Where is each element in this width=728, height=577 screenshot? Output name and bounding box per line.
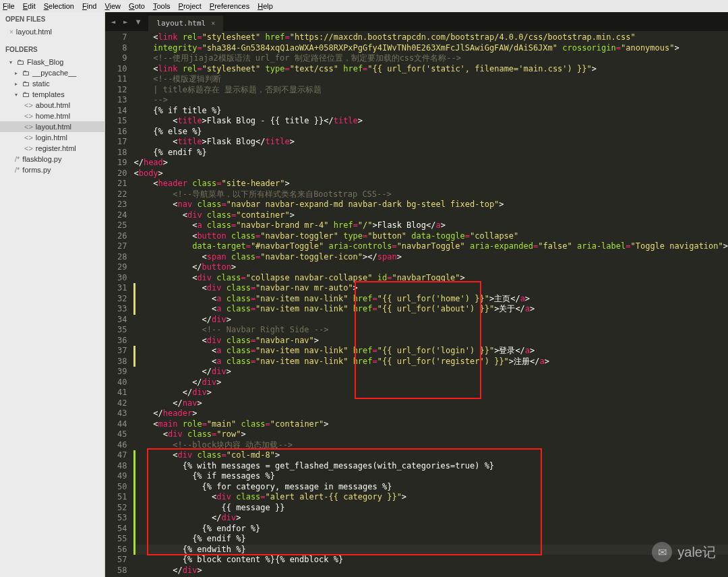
code-line[interactable]: {% if messages %} — [133, 471, 728, 482]
file-item[interactable]: <>login.html — [0, 132, 104, 143]
code-line[interactable]: </div> — [133, 513, 728, 524]
folder-icon: 🗀 — [22, 90, 30, 98]
tab-nav-back-icon[interactable]: ◄ — [111, 18, 115, 26]
tab-nav-down-icon[interactable]: ▼ — [136, 18, 141, 26]
code-line[interactable]: <link rel="stylesheet" type="text/css" h… — [133, 64, 728, 75]
menu-help[interactable]: Help — [257, 2, 273, 10]
code-line[interactable]: </button> — [133, 262, 728, 273]
file-item-active[interactable]: <>layout.html — [0, 121, 104, 132]
close-icon[interactable]: × — [9, 28, 13, 36]
file-icon: <> — [24, 112, 33, 120]
code-line[interactable]: <a class="nav-item nav-link" href="{{ ur… — [133, 304, 728, 315]
code-content[interactable]: <link rel="stylesheet" href="https://max… — [133, 31, 728, 577]
menu-selection[interactable]: Selection — [44, 2, 74, 10]
folder-icon: 🗀 — [22, 69, 30, 77]
file-icon: <> — [24, 123, 33, 131]
code-line[interactable]: <a class="nav-item nav-link" href="{{ ur… — [133, 346, 728, 357]
tab-bar: ◄ ► ▼ layout.html× — [105, 12, 728, 31]
chevron-down-icon: ▾ — [9, 59, 15, 65]
code-line[interactable]: {% endwith %} — [133, 545, 728, 555]
code-line[interactable]: </head> — [133, 158, 728, 169]
code-line[interactable]: integrity="sha384-Gn5384xqQ1aoWXA+058RXP… — [133, 43, 728, 54]
code-line[interactable]: <div class="alert alert-{{ category }}"> — [133, 492, 728, 503]
file-item[interactable]: <>home.html — [0, 111, 104, 121]
code-line[interactable]: <div class="navbar-nav mr-auto"> — [133, 283, 728, 294]
code-line[interactable]: {% if title %} — [133, 106, 728, 117]
code-line[interactable]: <header class="site-header"> — [133, 179, 728, 189]
code-line[interactable]: <title>Flask Blog</title> — [133, 137, 728, 148]
code-line[interactable]: {% endif %} — [133, 534, 728, 545]
code-line[interactable]: </div> — [133, 367, 728, 377]
menu-tools[interactable]: Tools — [153, 2, 171, 10]
code-line[interactable]: <div class="container"> — [133, 210, 728, 221]
folder-icon: 🗀 — [22, 80, 30, 88]
tab-nav-fwd-icon[interactable]: ► — [123, 18, 128, 26]
menu-edit[interactable]: Edit — [23, 2, 36, 10]
code-line[interactable]: <!--block块内容 动态加载--> — [133, 440, 728, 451]
folder-icon: 🗀 — [17, 58, 24, 66]
folder-templates[interactable]: ▾🗀templates — [0, 89, 104, 100]
code-line[interactable]: <div class="navbar-nav"> — [133, 336, 728, 346]
file-icon: <> — [24, 133, 33, 142]
menu-file[interactable]: File — [3, 2, 15, 10]
folder-item[interactable]: ▸🗀static — [0, 78, 104, 89]
code-line[interactable]: </nav> — [133, 398, 728, 409]
code-line[interactable]: <a class="nav-item nav-link" href="{{ ur… — [133, 294, 728, 305]
code-line[interactable]: --> — [133, 95, 728, 106]
menu-goto[interactable]: Goto — [129, 2, 145, 10]
open-files-header: OPEN FILES — [0, 12, 104, 26]
code-line[interactable]: <main role="main" class="container"> — [133, 419, 728, 430]
code-line[interactable]: <!-- Navbar Right Side --> — [133, 325, 728, 336]
code-line[interactable]: <div class="col-md-8"> — [133, 450, 728, 461]
folders-header: FOLDERS — [0, 42, 104, 57]
code-line[interactable]: {{ message }} — [133, 503, 728, 514]
code-line[interactable]: data-target="#navbarToggle" aria-control… — [133, 241, 728, 252]
code-line[interactable]: {% else %} — [133, 127, 728, 138]
watermark: ✉ yale记 — [652, 542, 716, 562]
open-file-item[interactable]: ×layout.html — [0, 26, 104, 37]
code-line[interactable]: <span class="navbar-toggler-icon"></span… — [133, 252, 728, 263]
folder-root[interactable]: ▾🗀Flask_Blog — [0, 57, 104, 67]
menu-project[interactable]: Project — [179, 2, 202, 10]
chevron-down-icon: ▾ — [15, 92, 20, 98]
code-line[interactable]: <button class="navbar-toggler" type="but… — [133, 231, 728, 242]
tab-active[interactable]: layout.html× — [148, 16, 223, 31]
code-line[interactable]: {% with messages = get_flashed_messages(… — [133, 461, 728, 472]
code-line[interactable]: <div class="collapse navbar-collapse" id… — [133, 273, 728, 284]
code-line[interactable]: {% for category, message in messages %} — [133, 482, 728, 493]
code-line[interactable]: </div> — [133, 388, 728, 398]
code-line[interactable]: {% block content %}{% endblock %} — [133, 555, 728, 566]
chevron-right-icon: ▸ — [15, 70, 20, 76]
wechat-icon: ✉ — [652, 542, 672, 562]
code-line[interactable]: <div class="row"> — [133, 429, 728, 440]
code-line[interactable]: <!--导航菜单，以下所有样式类名来自Bootstrap CSS--> — [133, 189, 728, 200]
code-line[interactable]: <link rel="stylesheet" href="https://max… — [133, 32, 728, 43]
file-icon: <> — [24, 101, 33, 109]
editor: ◄ ► ▼ layout.html× 789101112131415161718… — [105, 12, 728, 577]
close-tab-icon[interactable]: × — [211, 20, 215, 27]
file-item[interactable]: /*forms.py — [0, 164, 104, 175]
code-line[interactable]: | title标题存在 显示标题，否则不显示标题 — [133, 85, 728, 96]
code-line[interactable]: <a class="navbar-brand mr-4" href="/">Fl… — [133, 220, 728, 231]
code-line[interactable]: </header> — [133, 408, 728, 419]
file-icon: <> — [24, 144, 33, 152]
code-line[interactable]: </div> — [133, 315, 728, 326]
file-item[interactable]: /*flaskblog.py — [0, 154, 104, 164]
menu-find[interactable]: Find — [82, 2, 96, 10]
code-line[interactable]: <nav class="navbar navbar-expand-md navb… — [133, 200, 728, 210]
file-item[interactable]: <>register.html — [0, 143, 104, 154]
code-line[interactable]: {% endfor %} — [133, 524, 728, 535]
code-line[interactable]: <a class="nav-item nav-link" href="{{ ur… — [133, 357, 728, 367]
file-item[interactable]: <>about.html — [0, 100, 104, 111]
code-line[interactable]: </div> — [133, 377, 728, 388]
code-line[interactable]: <title>Flask Blog - {{ title }}</title> — [133, 116, 728, 127]
folder-item[interactable]: ▸🗀__pycache__ — [0, 67, 104, 78]
code-line[interactable]: <body> — [133, 169, 728, 179]
menu-view[interactable]: View — [104, 2, 121, 10]
code-line[interactable]: </div> — [133, 566, 728, 576]
menu-preferences[interactable]: Preferences — [210, 2, 249, 10]
code-line[interactable]: <!--模版逻辑判断 — [133, 74, 728, 85]
chevron-right-icon: ▸ — [15, 81, 20, 87]
code-line[interactable]: {% endif %} — [133, 148, 728, 158]
code-line[interactable]: <!--使用jiaja2模版语法 url_for 制定路径位置，制定要加载的cs… — [133, 53, 728, 64]
